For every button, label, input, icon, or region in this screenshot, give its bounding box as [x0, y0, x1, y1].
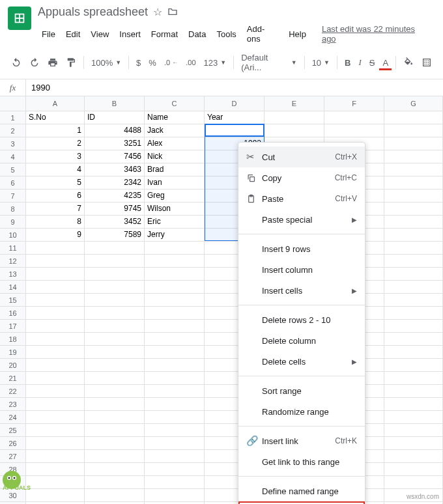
- menu-tools[interactable]: Tools: [212, 27, 240, 42]
- cell[interactable]: [26, 372, 85, 385]
- ctx-sort-range[interactable]: Sort range: [238, 380, 365, 401]
- cell[interactable]: [85, 463, 145, 476]
- row-header[interactable]: 19: [0, 346, 26, 359]
- cell[interactable]: S.No: [26, 111, 85, 124]
- cell[interactable]: 6: [26, 189, 85, 203]
- cell[interactable]: [85, 372, 145, 385]
- menu-insert[interactable]: Insert: [115, 27, 145, 42]
- undo-button[interactable]: [8, 55, 25, 70]
- ctx-insert-column[interactable]: Insert column: [238, 259, 365, 280]
- cell[interactable]: [384, 476, 443, 489]
- formula-input[interactable]: 1990: [26, 83, 50, 92]
- col-header-d[interactable]: D: [205, 96, 264, 111]
- row-header[interactable]: 25: [0, 424, 26, 437]
- ctx-delete-rows[interactable]: Delete rows 2 - 10: [238, 309, 365, 330]
- font-size-select[interactable]: 10▼: [309, 55, 333, 70]
- cell[interactable]: [85, 255, 145, 268]
- cell[interactable]: Eric: [145, 216, 205, 229]
- cell[interactable]: [145, 281, 205, 294]
- cell[interactable]: 7589: [85, 229, 145, 242]
- row-header[interactable]: 23: [0, 398, 26, 411]
- row-header[interactable]: 13: [0, 268, 26, 281]
- cell[interactable]: [145, 307, 205, 320]
- ctx-copy[interactable]: Copy Ctrl+C: [238, 167, 365, 188]
- cell[interactable]: 4: [26, 163, 85, 176]
- cell[interactable]: [26, 307, 85, 320]
- cell[interactable]: [145, 476, 205, 489]
- cell[interactable]: [85, 307, 145, 320]
- decrease-decimal-button[interactable]: .0 ←: [161, 56, 181, 69]
- row-header[interactable]: 11: [0, 242, 26, 255]
- cell[interactable]: [26, 398, 85, 411]
- row-header[interactable]: 22: [0, 385, 26, 398]
- cell[interactable]: [145, 372, 205, 385]
- col-header-f[interactable]: F: [324, 96, 384, 111]
- cell[interactable]: [85, 450, 145, 463]
- cell[interactable]: Name: [145, 111, 205, 124]
- cell[interactable]: 1: [26, 124, 85, 137]
- cell[interactable]: [145, 489, 205, 502]
- cell[interactable]: [85, 359, 145, 372]
- row-header[interactable]: 9: [0, 216, 26, 229]
- ctx-paste-special[interactable]: Paste special ▶: [238, 209, 365, 230]
- cell[interactable]: 2: [26, 137, 85, 150]
- cell[interactable]: [26, 294, 85, 307]
- cell[interactable]: [26, 320, 85, 333]
- cell[interactable]: [26, 411, 85, 424]
- row-header[interactable]: 16: [0, 307, 26, 320]
- cell[interactable]: [384, 359, 443, 372]
- cell[interactable]: [26, 281, 85, 294]
- cell[interactable]: [26, 333, 85, 346]
- ctx-insert-rows[interactable]: Insert 9 rows: [238, 238, 365, 259]
- col-header-a[interactable]: A: [26, 96, 85, 111]
- row-header[interactable]: 21: [0, 372, 26, 385]
- cell[interactable]: [384, 385, 443, 398]
- text-color-button[interactable]: A: [379, 55, 392, 70]
- cell[interactable]: [145, 411, 205, 424]
- cell[interactable]: [145, 294, 205, 307]
- cell[interactable]: [145, 320, 205, 333]
- cell[interactable]: 5: [26, 176, 85, 189]
- cell[interactable]: Year: [205, 111, 264, 124]
- cell[interactable]: [384, 189, 443, 203]
- cell[interactable]: [85, 268, 145, 281]
- font-select[interactable]: Default (Ari...▼: [238, 50, 300, 75]
- ctx-define-named[interactable]: Define named range: [238, 481, 365, 501]
- cell[interactable]: [85, 385, 145, 398]
- ctx-protect-range[interactable]: Protect range: [238, 501, 365, 504]
- cell[interactable]: [85, 333, 145, 346]
- cell[interactable]: [384, 150, 443, 163]
- cell[interactable]: [145, 463, 205, 476]
- cell[interactable]: [384, 463, 443, 476]
- cell[interactable]: [384, 398, 443, 411]
- cell[interactable]: [384, 242, 443, 255]
- menu-help[interactable]: Help: [285, 27, 310, 42]
- cell[interactable]: [384, 424, 443, 437]
- cell[interactable]: 9: [26, 229, 85, 242]
- row-header[interactable]: 3: [0, 137, 26, 150]
- cell[interactable]: [384, 268, 443, 281]
- cell[interactable]: [145, 242, 205, 255]
- cell[interactable]: [85, 346, 145, 359]
- cell[interactable]: [384, 450, 443, 463]
- row-header[interactable]: 4: [0, 150, 26, 163]
- cell[interactable]: [145, 346, 205, 359]
- cell[interactable]: 3452: [85, 216, 145, 229]
- cell[interactable]: Jerry: [145, 229, 205, 242]
- row-header[interactable]: 8: [0, 203, 26, 216]
- cell[interactable]: [26, 268, 85, 281]
- cell[interactable]: [85, 489, 145, 502]
- redo-button[interactable]: [26, 55, 43, 70]
- row-header[interactable]: 20: [0, 359, 26, 372]
- cell[interactable]: [384, 229, 443, 242]
- cell[interactable]: [85, 437, 145, 450]
- cell[interactable]: 3251: [85, 137, 145, 150]
- menu-data[interactable]: Data: [184, 27, 210, 42]
- cell[interactable]: [384, 437, 443, 450]
- cell[interactable]: [145, 398, 205, 411]
- row-header[interactable]: 6: [0, 176, 26, 189]
- cell[interactable]: [384, 124, 443, 137]
- menu-view[interactable]: View: [87, 27, 113, 42]
- cell[interactable]: [26, 424, 85, 437]
- fill-color-button[interactable]: [400, 55, 417, 70]
